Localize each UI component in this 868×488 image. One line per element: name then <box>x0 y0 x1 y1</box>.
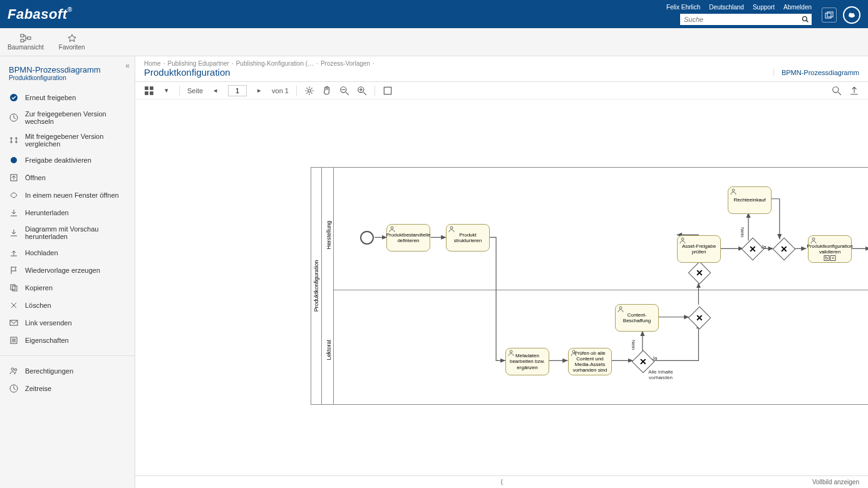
zoom-out-icon[interactable] <box>339 86 349 96</box>
brand-logo: Fabasoft <box>8 6 73 23</box>
fullscreen-link[interactable]: Vollbild anzeigen <box>812 479 859 485</box>
label-alle: Alle Inhalte vorhanden <box>642 369 679 380</box>
action-upload[interactable]: Hochladen <box>0 244 135 262</box>
region-link[interactable]: Deutschland <box>709 4 744 11</box>
svg-rect-23 <box>145 91 148 95</box>
svg-rect-7 <box>21 34 24 37</box>
start-event <box>360 231 374 245</box>
bc-home[interactable]: Home <box>144 60 161 67</box>
search-input[interactable] <box>680 14 799 25</box>
task-rights-purchase: Rechteeinkauf <box>728 186 772 214</box>
svg-point-51 <box>732 189 735 191</box>
action-permissions[interactable]: Berechtigungen <box>0 362 135 380</box>
sidebar-title: BPMN-Prozessdiagramm <box>9 65 126 74</box>
svg-point-6 <box>852 13 854 16</box>
top-toolbar: Baumansicht Favoriten <box>0 28 868 56</box>
svg-point-46 <box>450 226 453 229</box>
page-type: BPMN-Prozessdiagramm <box>773 69 859 76</box>
support-link[interactable]: Support <box>753 4 775 11</box>
bc-3[interactable]: Prozess-Vorlagen <box>321 60 370 67</box>
action-release[interactable]: Erneut freigeben <box>0 89 135 106</box>
check-circle-icon <box>9 93 19 103</box>
label-ja2: Ja <box>761 244 766 250</box>
sidebar: « BPMN-Prozessdiagramm Produktkonfigurat… <box>0 56 135 488</box>
svg-line-1 <box>807 21 809 23</box>
task-asset-release: Asset-Freigabe prüfen <box>677 235 721 263</box>
action-compare-version[interactable]: Mit freigegebener Version vergleichen <box>0 129 135 151</box>
svg-point-48 <box>572 350 575 353</box>
svg-point-18 <box>11 368 14 370</box>
search-in-doc-icon[interactable] <box>832 86 842 96</box>
favorites-button[interactable]: Favoriten <box>59 34 85 51</box>
dropdown-arrow-icon[interactable]: ▾ <box>162 86 172 96</box>
svg-point-45 <box>391 226 393 229</box>
task-content-procurement: Content-Beschaffung <box>615 304 659 332</box>
svg-line-35 <box>838 92 841 95</box>
search-wrap <box>680 14 812 25</box>
action-copy[interactable]: Kopieren <box>0 279 135 297</box>
lane2-label: Lektorat <box>326 340 332 360</box>
bpmn-diagram: Produktkonfiguration Herstellung Lektora… <box>311 167 868 405</box>
sidebar-subtitle: Produktkonfiguration <box>9 74 126 81</box>
sidebar-actions: Erneut freigeben Zur freigegebenen Versi… <box>0 85 135 353</box>
action-switch-version[interactable]: Zur freigegebenen Version wechseln <box>0 106 135 129</box>
svg-rect-33 <box>384 87 391 94</box>
action-send-link[interactable]: Link versenden <box>0 314 135 332</box>
action-properties[interactable]: Eigenschaften <box>0 332 135 349</box>
sidebar-actions-2: Berechtigungen Zeitreise <box>0 358 135 401</box>
svg-point-19 <box>14 369 17 371</box>
flag-icon <box>9 265 19 275</box>
search-button[interactable] <box>799 14 812 25</box>
label-nein2: Nein <box>740 227 745 237</box>
prev-page-icon[interactable]: ◂ <box>210 86 220 96</box>
svg-point-12 <box>11 157 17 163</box>
sidebar-divider <box>0 355 135 356</box>
svg-point-0 <box>803 17 807 21</box>
header-links: Felix Ehrlich Deutschland Support Abmeld… <box>666 4 812 11</box>
task-edit-metadata: Metadaten bearbeiten bzw. ergänzen <box>505 348 549 375</box>
gateway-merge-2: ✕ <box>688 262 711 285</box>
logout-link[interactable]: Abmelden <box>783 4 812 11</box>
window-icon[interactable] <box>822 8 837 23</box>
gear-icon[interactable] <box>304 86 314 96</box>
expand-icon[interactable] <box>849 86 859 96</box>
action-open-new-window[interactable]: In einem neuen Fenster öffnen <box>0 186 135 204</box>
bc-2[interactable]: Publishing-Konfiguration (… <box>236 60 314 67</box>
open-icon <box>9 173 19 183</box>
collapse-sidebar-icon[interactable]: « <box>125 61 130 70</box>
page-input[interactable] <box>228 85 247 96</box>
action-resubmit[interactable]: Wiedervorlage erzeugen <box>0 262 135 279</box>
bc-1[interactable]: Publishing Edupartner <box>167 60 229 67</box>
fit-icon[interactable] <box>383 86 393 96</box>
dot-icon <box>9 155 19 165</box>
gateway-merge-3: ✕ <box>773 238 796 261</box>
action-timetravel[interactable]: Zeitreise <box>0 380 135 397</box>
svg-point-49 <box>619 307 622 309</box>
gateway-merge-1: ✕ <box>688 307 711 330</box>
next-page-icon[interactable]: ▸ <box>254 86 264 96</box>
tree-view-button[interactable]: Baumansicht <box>8 34 44 51</box>
main-content: Home· Publishing Edupartner· Publishing-… <box>135 56 868 488</box>
action-deactivate-release[interactable]: Freigabe deaktivieren <box>0 151 135 169</box>
diagram-canvas[interactable]: Produktkonfiguration Herstellung Lektora… <box>135 99 868 475</box>
collapse-footer-icon[interactable]: ⟨ <box>500 478 503 486</box>
user-link[interactable]: Felix Ehrlich <box>666 4 700 11</box>
thumbnails-icon[interactable] <box>144 86 154 96</box>
page-title-row: Produktkonfiguration BPMN-Prozessdiagram… <box>135 67 868 82</box>
cloud-icon[interactable] <box>843 6 860 24</box>
users-icon <box>9 366 19 376</box>
action-open[interactable]: Öffnen <box>0 169 135 186</box>
task-define-parts: Produktbestandteile definieren <box>386 224 430 252</box>
svg-point-52 <box>812 238 815 240</box>
svg-point-5 <box>849 13 852 16</box>
compare-icon <box>9 135 19 145</box>
action-download-preview[interactable]: Diagramm mit Vorschau herunterladen <box>0 221 135 244</box>
zoom-in-icon[interactable] <box>357 86 367 96</box>
action-delete[interactable]: Löschen <box>0 297 135 314</box>
hand-icon[interactable] <box>322 86 332 96</box>
task-structure-product: Produkt strukturieren <box>446 224 490 252</box>
svg-point-47 <box>510 350 512 353</box>
breadcrumb: Home· Publishing Edupartner· Publishing-… <box>135 56 868 67</box>
page-title: Produktkonfiguration <box>144 67 773 78</box>
action-download[interactable]: Herunterladen <box>0 204 135 221</box>
